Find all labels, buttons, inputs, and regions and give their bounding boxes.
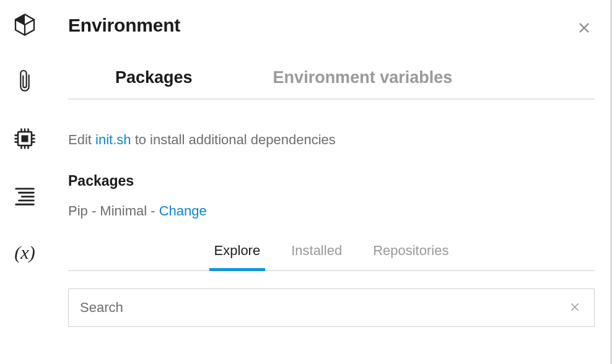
- sidebar-item-outline[interactable]: [11, 182, 38, 209]
- edit-hint: Edit init.sh to install additional depen…: [68, 132, 595, 148]
- tab-explore[interactable]: Explore: [209, 243, 266, 270]
- close-icon: [569, 305, 580, 314]
- search-box: [68, 288, 595, 327]
- paperclip-icon: [15, 68, 35, 95]
- list-icon: [13, 184, 37, 207]
- main-panel: Environment Packages Environment variabl…: [50, 0, 612, 364]
- close-icon: [577, 21, 591, 35]
- page-title: Environment: [68, 15, 180, 36]
- cpu-icon: [11, 125, 38, 152]
- sidebar-item-compute[interactable]: [11, 125, 38, 152]
- tab-environment-variables[interactable]: Environment variables: [273, 68, 453, 98]
- packages-heading: Packages: [68, 173, 595, 189]
- search-input[interactable]: [80, 300, 567, 316]
- variable-icon: (x): [14, 242, 35, 263]
- svg-rect-1: [22, 136, 28, 142]
- sidebar-item-attachments[interactable]: [11, 68, 38, 95]
- sidebar-item-variables[interactable]: (x): [11, 239, 38, 266]
- change-template-link[interactable]: Change: [159, 203, 207, 219]
- search-clear-button[interactable]: [567, 299, 583, 317]
- sidebar-item-environment[interactable]: [11, 11, 38, 38]
- tabs-secondary: Explore Installed Repositories: [68, 243, 595, 271]
- cube-icon: [12, 12, 37, 37]
- close-button[interactable]: [574, 17, 595, 38]
- tab-installed[interactable]: Installed: [286, 243, 347, 270]
- tab-packages[interactable]: Packages: [115, 68, 193, 98]
- tab-repositories[interactable]: Repositories: [368, 243, 453, 270]
- tabs-primary: Packages Environment variables: [68, 68, 595, 100]
- sidebar: (x): [0, 0, 50, 364]
- package-template: Minimal: [100, 203, 147, 219]
- package-manager: Pip: [68, 203, 88, 219]
- package-config-line: Pip - Minimal - Change: [68, 203, 595, 219]
- init-sh-link[interactable]: init.sh: [95, 132, 131, 147]
